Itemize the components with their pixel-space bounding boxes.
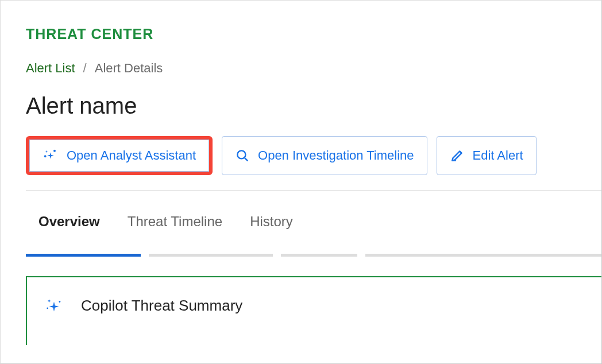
sparkle-icon bbox=[43, 148, 59, 164]
tab-indicator-active bbox=[26, 254, 141, 257]
tabs: Overview Threat Timeline History bbox=[26, 214, 601, 230]
tab-indicator bbox=[149, 254, 273, 257]
open-analyst-assistant-button[interactable]: Open Analyst Assistant bbox=[29, 140, 209, 172]
breadcrumb: Alert List / Alert Details bbox=[26, 61, 601, 76]
breadcrumb-current: Alert Details bbox=[95, 61, 163, 76]
svg-point-6 bbox=[59, 301, 61, 303]
edit-icon bbox=[450, 148, 465, 163]
divider bbox=[26, 190, 601, 191]
breadcrumb-separator: / bbox=[83, 61, 87, 76]
tab-threat-timeline[interactable]: Threat Timeline bbox=[128, 214, 222, 230]
page-title: Alert name bbox=[26, 93, 601, 119]
open-investigation-timeline-button[interactable]: Open Investigation Timeline bbox=[222, 136, 427, 175]
tab-history[interactable]: History bbox=[250, 214, 293, 230]
open-investigation-timeline-label: Open Investigation Timeline bbox=[258, 148, 414, 163]
svg-point-5 bbox=[47, 307, 48, 309]
tab-indicator bbox=[281, 254, 357, 257]
tab-indicator bbox=[365, 254, 601, 257]
open-analyst-assistant-label: Open Analyst Assistant bbox=[67, 148, 196, 163]
sparkle-icon bbox=[44, 297, 64, 316]
search-icon bbox=[235, 148, 250, 163]
tab-indicators bbox=[26, 254, 601, 257]
edit-alert-button[interactable]: Edit Alert bbox=[437, 136, 537, 175]
svg-line-3 bbox=[245, 158, 248, 161]
action-row: Open Analyst Assistant Open Investigatio… bbox=[26, 136, 601, 175]
section-label: THREAT CENTER bbox=[26, 26, 601, 42]
tab-overview[interactable]: Overview bbox=[38, 214, 100, 230]
breadcrumb-parent-link[interactable]: Alert List bbox=[26, 61, 75, 76]
edit-alert-label: Edit Alert bbox=[473, 148, 523, 163]
svg-point-1 bbox=[54, 150, 55, 152]
highlight-annotation: Open Analyst Assistant bbox=[26, 136, 213, 175]
copilot-summary-panel: Copilot Threat Summary bbox=[26, 276, 601, 345]
copilot-summary-title: Copilot Threat Summary bbox=[81, 297, 242, 315]
svg-point-0 bbox=[45, 156, 46, 157]
